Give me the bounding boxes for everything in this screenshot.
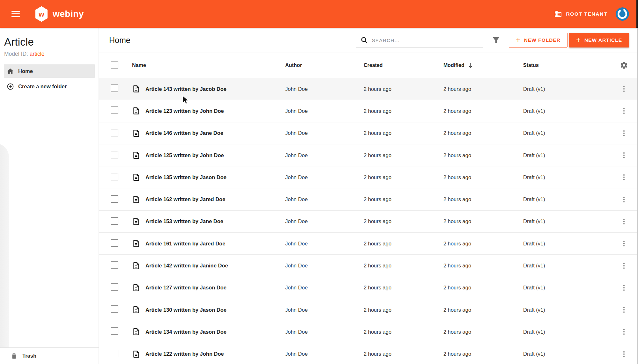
article-title-link[interactable]: Article 134 written by Jason Doe (145, 329, 226, 335)
author-cell: John Doe (285, 174, 364, 180)
sidebar-item-trash[interactable]: Trash (0, 347, 99, 364)
column-header-created[interactable]: Created (364, 62, 443, 68)
article-title-link[interactable]: Article 146 written by Jane Doe (145, 130, 223, 136)
plus-circle-icon (7, 83, 14, 90)
author-cell: John Doe (285, 108, 364, 114)
row-checkbox[interactable] (111, 261, 118, 269)
created-cell: 2 hours ago (364, 218, 443, 224)
sidebar-item-home[interactable]: Home (4, 64, 95, 78)
search-input[interactable] (372, 38, 479, 43)
kebab-menu-icon[interactable] (620, 195, 628, 204)
kebab-menu-icon[interactable] (620, 306, 628, 314)
webiny-brand[interactable]: w webiny (34, 6, 84, 22)
kebab-menu-icon[interactable] (620, 239, 628, 248)
row-checkbox[interactable] (111, 106, 118, 114)
article-file-icon (132, 239, 140, 248)
table-row[interactable]: Article 122 written by John Doe John Doe… (99, 343, 638, 364)
row-checkbox[interactable] (111, 217, 118, 225)
article-file-icon (132, 195, 140, 204)
menu-hamburger-icon[interactable] (11, 11, 20, 17)
table-row[interactable]: Article 161 written by Jared Doe John Do… (99, 233, 638, 255)
kebab-menu-icon[interactable] (620, 107, 628, 115)
column-header-name[interactable]: Name (132, 62, 285, 68)
article-title-link[interactable]: Article 127 written by Jason Doe (145, 285, 226, 291)
created-cell: 2 hours ago (364, 108, 443, 114)
kebab-menu-icon[interactable] (620, 151, 628, 159)
table-row[interactable]: Article 135 written by Jason Doe John Do… (99, 166, 638, 188)
kebab-menu-icon[interactable] (620, 85, 628, 93)
table-row[interactable]: Article 143 written by Jacob Doe John Do… (99, 78, 638, 100)
status-cell: Draft (v1) (523, 196, 616, 202)
new-article-button[interactable]: + NEW ARTICLE (569, 33, 629, 47)
kebab-menu-icon[interactable] (620, 284, 628, 292)
article-title-link[interactable]: Article 125 written by John Doe (145, 152, 224, 158)
status-cell: Draft (v1) (523, 218, 616, 224)
tenant-selector[interactable]: ROOT TENANT (554, 10, 607, 18)
modified-cell: 2 hours ago (443, 263, 523, 269)
status-cell: Draft (v1) (523, 285, 616, 291)
table-row[interactable]: Article 153 written by Jane Doe John Doe… (99, 211, 638, 233)
gear-icon[interactable] (620, 61, 628, 69)
status-cell: Draft (v1) (523, 86, 616, 92)
status-cell: Draft (v1) (523, 152, 616, 158)
tenant-label: ROOT TENANT (566, 11, 607, 17)
table-row[interactable]: Article 162 written by Jared Doe John Do… (99, 188, 638, 210)
article-title-link[interactable]: Article 162 written by Jared Doe (145, 196, 225, 202)
table-row[interactable]: Article 130 written by Jason Doe John Do… (99, 299, 638, 321)
row-checkbox[interactable] (111, 283, 118, 291)
column-header-author[interactable]: Author (285, 62, 364, 68)
select-all-checkbox[interactable] (111, 61, 118, 69)
filter-funnel-icon (492, 36, 501, 45)
kebab-menu-icon[interactable] (620, 350, 628, 358)
row-checkbox[interactable] (111, 84, 118, 92)
table-row[interactable]: Article 127 written by Jason Doe John Do… (99, 277, 638, 299)
article-file-icon (132, 129, 140, 137)
row-checkbox[interactable] (111, 239, 118, 247)
modified-cell: 2 hours ago (443, 241, 523, 247)
column-header-status[interactable]: Status (523, 62, 616, 68)
article-title-link[interactable]: Article 142 written by Janine Doe (145, 263, 228, 269)
author-cell: John Doe (285, 285, 364, 291)
kebab-menu-icon[interactable] (620, 217, 628, 226)
row-checkbox[interactable] (111, 195, 118, 203)
model-title: Article (4, 36, 94, 48)
modified-cell: 2 hours ago (443, 196, 523, 202)
row-checkbox[interactable] (111, 151, 118, 158)
article-title-link[interactable]: Article 123 written by John Doe (145, 108, 224, 114)
table-row[interactable]: Article 123 written by John Doe John Doe… (99, 100, 638, 122)
column-header-modified[interactable]: Modified (443, 62, 523, 69)
sort-arrow-down-icon (467, 62, 474, 69)
new-folder-button[interactable]: + NEW FOLDER (509, 33, 568, 47)
table-row[interactable]: Article 125 written by John Doe John Doe… (99, 144, 638, 166)
kebab-menu-icon[interactable] (620, 173, 628, 181)
building-icon (554, 10, 562, 18)
row-checkbox[interactable] (111, 305, 118, 313)
row-checkbox[interactable] (111, 173, 118, 180)
article-title-link[interactable]: Article 130 written by Jason Doe (145, 307, 226, 313)
row-checkbox[interactable] (111, 350, 118, 357)
user-avatar[interactable] (616, 7, 629, 21)
page-title: Home (109, 36, 130, 45)
kebab-menu-icon[interactable] (620, 328, 628, 336)
article-title-link[interactable]: Article 153 written by Jane Doe (145, 218, 223, 224)
status-cell: Draft (v1) (523, 329, 616, 335)
article-title-link[interactable]: Article 143 written by Jacob Doe (145, 86, 226, 92)
trash-icon (11, 353, 18, 360)
sidebar-item-create-folder[interactable]: Create a new folder (4, 80, 95, 93)
modified-cell: 2 hours ago (443, 152, 523, 158)
kebab-menu-icon[interactable] (620, 129, 628, 137)
author-cell: John Doe (285, 130, 364, 136)
filter-button[interactable] (483, 36, 509, 45)
table-row[interactable]: Article 134 written by Jason Doe John Do… (99, 321, 638, 343)
article-title-link[interactable]: Article 122 written by John Doe (145, 351, 224, 357)
kebab-menu-icon[interactable] (620, 262, 628, 270)
row-checkbox[interactable] (111, 327, 118, 335)
status-cell: Draft (v1) (523, 174, 616, 180)
table-row[interactable]: Article 146 written by Jane Doe John Doe… (99, 122, 638, 144)
table-row[interactable]: Article 142 written by Janine Doe John D… (99, 255, 638, 277)
created-cell: 2 hours ago (364, 241, 443, 247)
article-file-icon (132, 151, 140, 159)
article-title-link[interactable]: Article 135 written by Jason Doe (145, 174, 226, 180)
article-title-link[interactable]: Article 161 written by Jared Doe (145, 241, 225, 247)
row-checkbox[interactable] (111, 129, 118, 136)
